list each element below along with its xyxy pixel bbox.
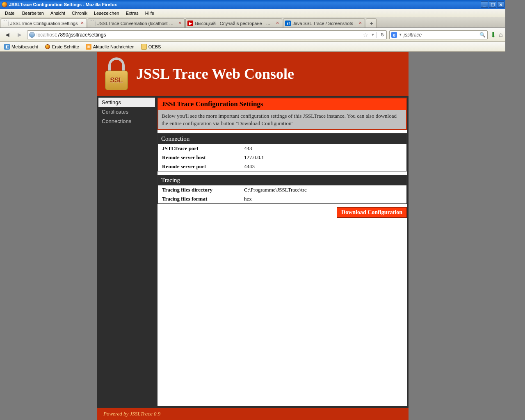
sourceforge-icon: sf xyxy=(285,21,291,26)
bookmark-label: Aktuelle Nachrichten xyxy=(93,44,135,49)
tab-label: Высоцкий - Случай в ресторане - YouT... xyxy=(195,21,273,26)
firefox-icon xyxy=(2,2,7,7)
url-host: localhost xyxy=(37,32,56,38)
restore-button[interactable]: ❐ xyxy=(489,1,496,8)
menu-extras[interactable]: Extras xyxy=(123,10,142,16)
minimize-button[interactable]: _ xyxy=(481,1,488,8)
info-description: Below you'll see the more important conf… xyxy=(158,110,406,129)
sidebar-item-settings[interactable]: Settings xyxy=(98,98,155,107)
url-path: :7890/jssltrace/settings xyxy=(56,32,106,38)
tab-close-icon[interactable]: × xyxy=(177,21,183,26)
setting-key: JSTLTrace port xyxy=(158,144,240,153)
table-row: Tracing files directoryC:\Programme\JSSL… xyxy=(158,185,406,194)
tab-label: Java SSL Trace / Screenshots xyxy=(292,21,356,26)
setting-value: 443 xyxy=(240,144,406,153)
search-submit-icon[interactable]: 🔍 xyxy=(479,32,486,38)
bookmark-meistbesucht[interactable]: ◧ Meistbesucht xyxy=(2,43,41,50)
tab-close-icon[interactable]: × xyxy=(274,21,280,26)
google-icon: g xyxy=(391,32,397,38)
close-window-button[interactable]: ✕ xyxy=(497,1,504,8)
url-bar[interactable]: localhost:7890/jssltrace/settings ☆ ▼ ↻ xyxy=(27,30,387,39)
tab-2[interactable]: ▶ Высоцкий - Случай в ресторане - YouT..… xyxy=(185,18,282,27)
tab-close-icon[interactable]: × xyxy=(357,21,363,26)
section-heading: Tracing xyxy=(158,175,406,185)
lock-label: SSL xyxy=(105,71,128,90)
back-button[interactable]: ◄ xyxy=(2,30,12,40)
folder-icon xyxy=(141,44,147,50)
section-tracing: Tracing Tracing files directoryC:\Progra… xyxy=(158,175,407,204)
setting-value: 127.0.0.1 xyxy=(240,153,406,162)
setting-key: Tracing files directory xyxy=(158,185,240,194)
menu-chronik[interactable]: Chronik xyxy=(68,10,91,16)
forward-button[interactable]: ► xyxy=(15,30,25,40)
setting-value: hex xyxy=(240,194,406,203)
download-configuration-button[interactable]: Download Configuration xyxy=(337,207,407,218)
settings-table: JSTLTrace port443 Remote server host127.… xyxy=(158,144,406,171)
home-icon[interactable]: ⌂ xyxy=(499,31,503,39)
page-favicon xyxy=(3,21,9,26)
search-engine-dropdown-icon[interactable]: ▼ xyxy=(399,33,402,37)
most-visited-icon: ◧ xyxy=(4,44,10,50)
menu-lesezeichen[interactable]: Lesezeichen xyxy=(91,10,123,16)
navigation-bar: ◄ ► localhost:7890/jssltrace/settings ☆ … xyxy=(0,28,505,42)
sidebar-item-certificates[interactable]: Certificates xyxy=(98,107,155,116)
page-footer: Powered by JSSLTrace 0.9 xyxy=(97,408,409,420)
table-row: Remote server port4443 xyxy=(158,162,406,171)
bookmark-erste-schritte[interactable]: Erste Schritte xyxy=(42,43,82,50)
page-content: SSL JSSL Trace Web Console Settings Cert… xyxy=(97,52,409,420)
bookmark-star-icon[interactable]: ☆ xyxy=(363,32,368,38)
page-header: SSL JSSL Trace Web Console xyxy=(97,52,409,96)
ssl-lock-icon: SSL xyxy=(103,57,130,90)
tab-active[interactable]: JSSLTrace Configuration Settings × xyxy=(1,18,87,27)
menu-hilfe[interactable]: Hilfe xyxy=(142,10,158,16)
sidebar-item-connections[interactable]: Connections xyxy=(98,116,155,126)
browser-viewport: SSL JSSL Trace Web Console Settings Cert… xyxy=(0,52,505,420)
menu-bar: Datei Bearbeiten Ansicht Chronik Lesezei… xyxy=(0,9,505,17)
settings-table: Tracing files directoryC:\Programme\JSSL… xyxy=(158,185,406,203)
info-box: JSSLTrace Configuration Settings Below y… xyxy=(158,98,407,130)
table-row: Tracing files formathex xyxy=(158,194,406,203)
setting-value: 4443 xyxy=(240,162,406,171)
search-box[interactable]: g ▼ 🔍 xyxy=(389,30,488,39)
bookmark-aktuelle-nachrichten[interactable]: ≋ Aktuelle Nachrichten xyxy=(83,43,137,50)
page-title: JSSL Trace Web Console xyxy=(136,65,294,82)
bookmark-oebs[interactable]: OEBS xyxy=(139,43,164,50)
page-favicon xyxy=(90,21,96,26)
tab-bar: JSSLTrace Configuration Settings × JSSLT… xyxy=(0,17,505,28)
page-body: Settings Certificates Connections JSSLTr… xyxy=(97,96,409,408)
menu-ansicht[interactable]: Ansicht xyxy=(47,10,68,16)
menu-bearbeiten[interactable]: Bearbeiten xyxy=(19,10,47,16)
tab-3[interactable]: sf Java SSL Trace / Screenshots × xyxy=(283,18,365,27)
tab-label: JSSLTrace Conversation (localhost->127..… xyxy=(97,21,175,26)
firefox-icon xyxy=(45,44,50,50)
window-titlebar: JSSLTrace Configuration Settings - Mozil… xyxy=(0,0,505,9)
reload-icon[interactable]: ↻ xyxy=(381,32,385,38)
table-row: JSTLTrace port443 xyxy=(158,144,406,153)
search-input[interactable] xyxy=(404,32,478,38)
menu-datei[interactable]: Datei xyxy=(2,10,19,16)
tab-label: JSSLTrace Configuration Settings xyxy=(10,21,78,26)
section-heading: Connection xyxy=(158,134,406,144)
youtube-icon: ▶ xyxy=(187,21,193,26)
downloads-icon[interactable]: ⬇ xyxy=(490,30,496,39)
section-connection: Connection JSTLTrace port443 Remote serv… xyxy=(158,133,407,171)
dropdown-icon[interactable]: ▼ xyxy=(371,33,374,37)
setting-value: C:\Programme\JSSLTrace\trc xyxy=(240,185,406,194)
download-row: Download Configuration xyxy=(158,207,407,218)
bookmark-label: OEBS xyxy=(148,44,161,49)
setting-key: Remote server host xyxy=(158,153,240,162)
setting-key: Tracing files format xyxy=(158,194,240,203)
tab-close-icon[interactable]: × xyxy=(79,21,85,26)
bookmark-label: Meistbesucht xyxy=(11,44,38,49)
window-title: JSSLTrace Configuration Settings - Mozil… xyxy=(9,2,117,7)
sidebar: Settings Certificates Connections xyxy=(98,98,155,406)
new-tab-button[interactable]: + xyxy=(366,18,377,27)
setting-key: Remote server port xyxy=(158,162,240,171)
globe-icon xyxy=(29,32,35,38)
info-heading: JSSLTrace Configuration Settings xyxy=(158,98,406,110)
main-panel: JSSLTrace Configuration Settings Below y… xyxy=(158,98,407,406)
rss-icon: ≋ xyxy=(86,44,91,50)
bookmark-label: Erste Schritte xyxy=(52,44,79,49)
tab-1[interactable]: JSSLTrace Conversation (localhost->127..… xyxy=(88,18,185,27)
table-row: Remote server host127.0.0.1 xyxy=(158,153,406,162)
